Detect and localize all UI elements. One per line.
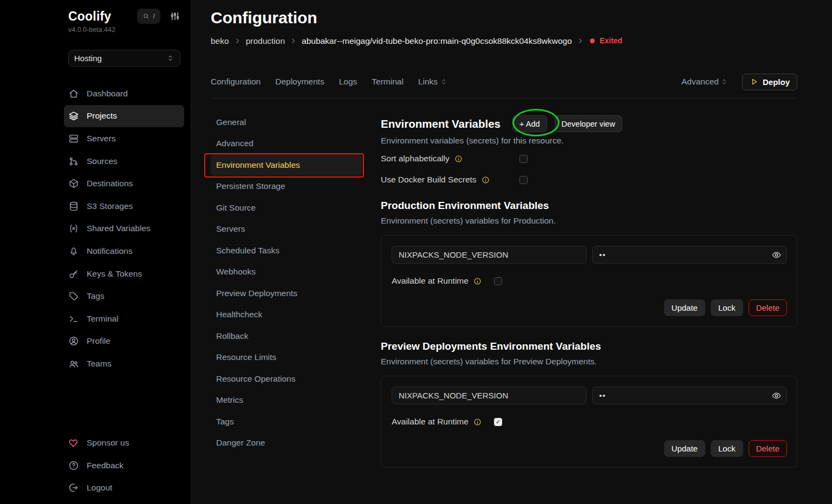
sidebar-item-dashboard[interactable]: Dashboard (64, 82, 184, 105)
subnav-item-label: Danger Zone (216, 438, 265, 448)
subnav-item-metrics[interactable]: Metrics (211, 390, 362, 411)
breadcrumb-item[interactable]: abubakar--meigag/vid-tube-beko-pro:main-… (302, 36, 572, 46)
user-icon (68, 336, 79, 346)
sidebar-item-feedback[interactable]: Feedback (64, 454, 184, 477)
search-icon (142, 12, 150, 20)
subnav-item-resource-operations[interactable]: Resource Operations (211, 368, 362, 390)
terminal-icon (68, 313, 79, 324)
tab-terminal[interactable]: Terminal (372, 77, 404, 87)
available-at-runtime-checkbox[interactable] (494, 418, 502, 426)
sidebar-item-s3-storages[interactable]: S3 Storages (64, 195, 184, 218)
delete-button[interactable]: Delete (749, 299, 787, 316)
subnav-item-webhooks[interactable]: Webhooks (211, 261, 362, 283)
sidebar-item-terminal[interactable]: Terminal (64, 307, 184, 330)
developer-view-button[interactable]: Developer view (555, 115, 622, 132)
chevrons-up-down-icon (166, 54, 174, 62)
subnav-item-persistent-storage[interactable]: Persistent Storage (211, 176, 362, 198)
team-select[interactable]: Hosting (68, 50, 180, 67)
breadcrumb-item[interactable]: beko (211, 36, 229, 46)
advanced-label: Advanced (681, 77, 719, 87)
reveal-value-button[interactable] (771, 390, 782, 401)
tag-icon (68, 291, 79, 302)
deploy-label: Deploy (763, 77, 790, 87)
chevron-right-icon (234, 37, 241, 44)
advanced-selector[interactable]: Advanced (681, 77, 728, 87)
sidebar-item-sources[interactable]: Sources (64, 150, 184, 173)
subnav-item-label: Healthcheck (216, 310, 262, 319)
sort-alphabetically-checkbox[interactable] (519, 155, 528, 163)
tab-configuration[interactable]: Configuration (211, 77, 261, 87)
subnav-item-preview-deployments[interactable]: Preview Deployments (211, 283, 362, 304)
subnav-item-label: Git Source (216, 203, 256, 213)
subnav-item-label: Persistent Storage (216, 181, 285, 191)
sidebar-footer: Sponsor usFeedbackLogout (68, 431, 180, 504)
chevron-right-icon (290, 37, 297, 44)
sidebar-item-projects[interactable]: Projects (64, 105, 184, 128)
env-value-input[interactable] (592, 246, 787, 264)
delete-button[interactable]: Delete (749, 440, 787, 457)
docker-build-secrets-row: Use Docker Build Secrets (381, 173, 797, 186)
sidebar-item-label: Profile (87, 336, 110, 346)
search-shortcut: / (153, 12, 155, 20)
sidebar-item-tags[interactable]: Tags (64, 285, 184, 307)
lock-button[interactable]: Lock (711, 299, 743, 316)
add-env-var-button[interactable]: + Add (512, 115, 547, 132)
sidebar-item-notifications[interactable]: Notifications (64, 240, 184, 263)
env-key-input[interactable] (392, 246, 587, 264)
subnav-item-healthcheck[interactable]: Healthcheck (211, 304, 362, 326)
sidebar-header: Coolify / (68, 9, 180, 24)
breadcrumb: bekoproductionabubakar--meigag/vid-tube-… (211, 36, 797, 46)
tab-logs[interactable]: Logs (339, 77, 358, 87)
env-vars-panel: Environment Variables + Add Developer vi… (381, 99, 797, 468)
sidebar-item-profile[interactable]: Profile (64, 330, 184, 353)
tab-links[interactable]: Links (418, 77, 447, 87)
sidebar-item-label: Destinations (87, 179, 133, 188)
subnav-item-environment-variables[interactable]: Environment Variables (211, 154, 362, 176)
global-settings-button[interactable] (170, 11, 180, 22)
sidebar-item-shared-variables[interactable]: Shared Variables (64, 218, 184, 240)
subnav-item-general[interactable]: General (211, 112, 362, 133)
update-button[interactable]: Update (664, 440, 705, 457)
sidebar-item-label: Teams (87, 359, 112, 369)
subnav-item-servers[interactable]: Servers (211, 219, 362, 240)
sidebar-inner: Coolify / v4.0.0-beta.442 Hosting Dashbo… (68, 0, 180, 504)
lock-button[interactable]: Lock (711, 440, 743, 457)
tab-deployments[interactable]: Deployments (275, 77, 324, 87)
sort-alphabetically-row: Sort alphabetically (381, 152, 797, 165)
search-button[interactable]: / (137, 9, 160, 24)
sidebar-item-label: Logout (87, 483, 112, 493)
subnav-item-label: Preview Deployments (216, 289, 297, 298)
subnav-item-resource-limits[interactable]: Resource Limits (211, 347, 362, 369)
status-dot-icon (590, 38, 595, 43)
env-key-input[interactable] (392, 387, 587, 404)
subnav-item-git-source[interactable]: Git Source (211, 197, 362, 219)
play-icon (750, 77, 758, 86)
sidebar-item-logout[interactable]: Logout (64, 476, 184, 499)
sidebar-item-keys-tokens[interactable]: Keys & Tokens (64, 263, 184, 285)
subnav-item-danger-zone[interactable]: Danger Zone (211, 433, 362, 454)
deploy-button[interactable]: Deploy (742, 74, 797, 90)
breadcrumb-item[interactable]: production (246, 36, 285, 46)
info-icon (482, 176, 490, 184)
subnav-item-scheduled-tasks[interactable]: Scheduled Tasks (211, 240, 362, 261)
status-badge: Exited (600, 36, 622, 46)
update-button[interactable]: Update (664, 299, 705, 316)
bell-icon (68, 246, 79, 257)
info-icon (473, 277, 482, 285)
env-value-input[interactable] (592, 387, 787, 404)
subnav-item-advanced[interactable]: Advanced (211, 133, 362, 155)
subnav-item-label: Rollback (216, 331, 248, 341)
sidebar-item-servers[interactable]: Servers (64, 127, 184, 150)
sidebar-item-sponsor-us[interactable]: Sponsor us (64, 431, 184, 454)
production-env-subtitle: Environment (secrets) variables for Prod… (381, 215, 797, 226)
tabs-row: ConfigurationDeploymentsLogsTerminalLink… (211, 76, 797, 87)
subnav-item-tags[interactable]: Tags (211, 411, 362, 433)
sidebar-item-destinations[interactable]: Destinations (64, 172, 184, 195)
docker-build-secrets-checkbox[interactable] (519, 176, 528, 184)
sidebar-item-teams[interactable]: Teams (64, 352, 184, 375)
available-at-runtime-checkbox[interactable] (494, 277, 502, 285)
subnav-item-rollback[interactable]: Rollback (211, 325, 362, 347)
reveal-value-button[interactable] (771, 250, 782, 260)
git-branch-icon (68, 156, 79, 167)
layers-icon (68, 110, 79, 121)
